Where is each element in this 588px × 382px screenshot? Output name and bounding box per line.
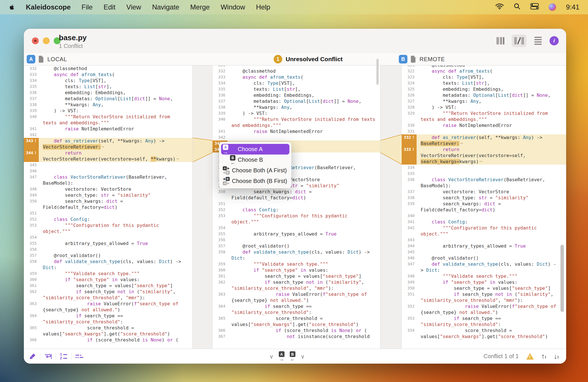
code-text: if search_type not in ("similarity", "si… (227, 279, 380, 291)
take-a-button[interactable]: A → (279, 351, 285, 361)
previous-conflict-button[interactable]: ↑! (541, 352, 546, 361)
menu-item-choose-b[interactable]: B←Choose B (221, 155, 289, 165)
code-text: raise NotImplementedError (227, 128, 380, 134)
line-number: 355 (24, 240, 39, 246)
changed-code-line[interactable]: 333! return VectorStoreRetriever(vectors… (402, 146, 566, 165)
code-line: 339 ) -> VST: (24, 108, 192, 114)
columns-view-button[interactable] (493, 34, 508, 47)
conflict-pane-scrollbar[interactable] (376, 59, 379, 85)
code-text: cls: Type[VST], (39, 78, 192, 84)
code-line: 340 (402, 213, 566, 219)
menu-item-choose-both-a-first[interactable]: A▶◀BChoose Both (A First) (221, 165, 289, 176)
code-line: 344 arbitrary_types_allowed = True (402, 243, 566, 249)
unified-view-button[interactable] (531, 34, 546, 47)
code-text (227, 201, 380, 207)
choose-a-icon: A→ (223, 144, 235, 154)
code-line: 360 if "search_type" in values: (24, 277, 192, 283)
code-line: 347 class VectorStoreRetriever(BaseRetri… (24, 174, 192, 186)
line-number: 340 (24, 114, 39, 126)
menu-file[interactable]: File (82, 3, 93, 11)
menu-navigate[interactable]: Navigate (152, 3, 179, 11)
code-text: search_type = values["search_type"] (417, 285, 566, 291)
pane-local[interactable]: 332 @classmethod333 async def afrom_text… (24, 65, 192, 349)
code-text: return VectorStoreRetriever(vectorstore=… (39, 150, 192, 162)
code-line: 356 (24, 246, 192, 252)
code-line: 355 arbitrary_types_allowed = True (24, 240, 192, 246)
code-text: embedding: Embeddings, (417, 86, 566, 92)
line-number: 335 (24, 84, 39, 90)
changed-code-line[interactable]: 343! def as_retriever(self, **kwargs: An… (24, 138, 192, 150)
line-number: 365 (24, 325, 39, 337)
line-number: 359 (212, 261, 227, 267)
conflict-count-badge: 1 (274, 55, 282, 63)
menu-window[interactable]: Window (220, 3, 245, 11)
code-text: search_kwargs: dict = Field(default_fact… (417, 201, 566, 213)
code-text: async def afrom_texts( (417, 68, 566, 74)
code-text: **kwargs: Any, (417, 98, 566, 104)
code-text: arbitrary_types_allowed = True (227, 231, 380, 237)
line-number: 354 (402, 327, 417, 339)
code-text (39, 162, 192, 168)
minimize-button[interactable] (43, 37, 50, 44)
menu-view[interactable]: View (126, 3, 141, 11)
search-icon[interactable] (514, 3, 521, 11)
line-number: 344! (24, 150, 39, 162)
pane-remote[interactable]: 321 @classmethod322 async def afrom_text… (402, 65, 566, 349)
code-text (39, 246, 192, 252)
code-line: 330 raise NotImplementedError (402, 122, 566, 128)
app-menu-kaleidoscope[interactable]: Kaleidoscope (26, 3, 71, 11)
menubar-clock[interactable]: 9:41 (566, 3, 579, 11)
code-text (227, 134, 380, 140)
code-line: 349 search_type: str = "similarity" (24, 192, 192, 198)
menu-item-choose-a[interactable]: A→Choose A (221, 144, 289, 155)
line-number: 340 (212, 116, 227, 128)
code-text: if search_type not in ("similarity", "si… (417, 291, 566, 303)
code-line: 338 search_type: str = "similarity" (402, 195, 566, 201)
code-line: 341 raise NotImplementedError (212, 128, 380, 134)
code-text: if "search_type" in values: (39, 277, 192, 283)
code-text: raise NotImplementedError (417, 122, 566, 128)
remote-pane-scrollbar[interactable] (560, 245, 564, 312)
line-number: 332! (402, 134, 417, 146)
next-conflict-button[interactable]: ↓! (554, 352, 559, 361)
chevron-down-icon[interactable]: ∨ (269, 353, 274, 360)
chevron-down-icon[interactable]: ∨ (301, 353, 305, 360)
changed-code-line[interactable]: 332! def as_retriever(self, **kwargs: An… (402, 134, 566, 146)
menu-item-label: Choose Both (B First) (232, 178, 287, 184)
line-number: 364 (212, 303, 227, 315)
menu-item-choose-both-b-first[interactable]: ◀BA▶Choose Both (B First) (221, 176, 289, 186)
view-toolbar: i (493, 34, 559, 47)
wifi-icon[interactable] (495, 3, 504, 11)
code-line: 354 (24, 234, 192, 240)
changed-code-line[interactable]: 344! return VectorStoreRetriever(vectors… (24, 150, 192, 162)
code-text: if search_type == "similarity_score_thre… (39, 313, 192, 325)
text-wrap-icon[interactable] (44, 353, 52, 360)
apple-menu-icon[interactable] (9, 3, 15, 11)
line-number: 323 (402, 74, 417, 80)
info-button[interactable]: i (550, 36, 559, 45)
line-number: 350 (402, 285, 417, 291)
code-text: @classmethod (227, 68, 380, 74)
fluid-merge-view-button[interactable] (512, 34, 527, 47)
code-line: 350 search_kwargs: dict = Field(default_… (212, 189, 380, 201)
close-button[interactable] (32, 37, 39, 44)
siri-icon[interactable] (549, 3, 556, 11)
control-center-icon[interactable] (530, 3, 539, 11)
code-text: @root_validator() (417, 255, 566, 261)
menu-help[interactable]: Help (256, 3, 270, 11)
invisible-characters-icon[interactable] (76, 355, 83, 358)
line-number: 347 (24, 174, 39, 186)
line-number: 331 (402, 128, 417, 134)
menu-merge[interactable]: Merge (190, 3, 210, 11)
line-number: 367 (212, 333, 227, 339)
take-b-button[interactable]: B ← (290, 351, 295, 361)
line-number: 330 (402, 122, 417, 128)
code-text: metadatas: Optional[List[dict]] = None, (417, 92, 566, 98)
line-numbers-icon[interactable]: 1 2 (60, 353, 67, 360)
menu-edit[interactable]: Edit (104, 3, 115, 11)
pane-conflict[interactable]: 331332 @classmethod333 async def afrom_t… (212, 65, 380, 349)
code-line: 345 (402, 249, 566, 255)
syntax-highlight-brush-icon[interactable] (29, 353, 36, 360)
code-text: not isinstance(score_threshold (227, 333, 380, 339)
code-line: 347 def validate_search_type(cls, values… (402, 261, 566, 273)
